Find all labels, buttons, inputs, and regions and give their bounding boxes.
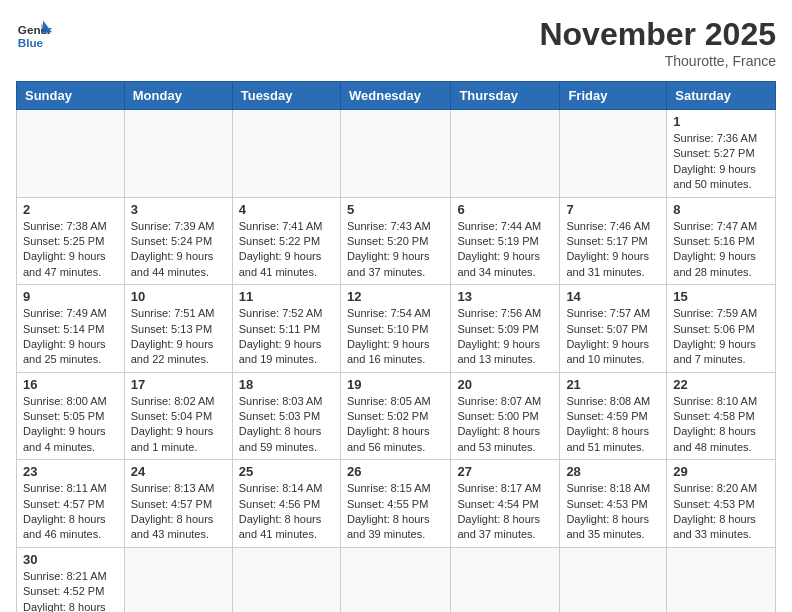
day-number: 17	[131, 377, 226, 392]
calendar-cell	[124, 547, 232, 612]
day-info: Sunrise: 7:38 AM Sunset: 5:25 PM Dayligh…	[23, 219, 118, 281]
calendar-cell	[17, 110, 125, 198]
day-info: Sunrise: 8:00 AM Sunset: 5:05 PM Dayligh…	[23, 394, 118, 456]
calendar-cell	[124, 110, 232, 198]
calendar-cell: 25Sunrise: 8:14 AM Sunset: 4:56 PM Dayli…	[232, 460, 340, 548]
day-number: 6	[457, 202, 553, 217]
weekday-header-wednesday: Wednesday	[340, 82, 450, 110]
day-info: Sunrise: 8:10 AM Sunset: 4:58 PM Dayligh…	[673, 394, 769, 456]
calendar-cell	[560, 110, 667, 198]
weekday-header-tuesday: Tuesday	[232, 82, 340, 110]
day-number: 20	[457, 377, 553, 392]
day-info: Sunrise: 8:14 AM Sunset: 4:56 PM Dayligh…	[239, 481, 334, 543]
day-info: Sunrise: 8:03 AM Sunset: 5:03 PM Dayligh…	[239, 394, 334, 456]
calendar-cell: 29Sunrise: 8:20 AM Sunset: 4:53 PM Dayli…	[667, 460, 776, 548]
weekday-header-friday: Friday	[560, 82, 667, 110]
day-number: 15	[673, 289, 769, 304]
logo: General Blue	[16, 16, 52, 52]
day-number: 7	[566, 202, 660, 217]
calendar-cell: 11Sunrise: 7:52 AM Sunset: 5:11 PM Dayli…	[232, 285, 340, 373]
day-info: Sunrise: 8:18 AM Sunset: 4:53 PM Dayligh…	[566, 481, 660, 543]
calendar-cell	[560, 547, 667, 612]
calendar-cell: 27Sunrise: 8:17 AM Sunset: 4:54 PM Dayli…	[451, 460, 560, 548]
day-info: Sunrise: 8:20 AM Sunset: 4:53 PM Dayligh…	[673, 481, 769, 543]
day-number: 27	[457, 464, 553, 479]
weekday-header-sunday: Sunday	[17, 82, 125, 110]
day-number: 5	[347, 202, 444, 217]
calendar-cell: 22Sunrise: 8:10 AM Sunset: 4:58 PM Dayli…	[667, 372, 776, 460]
day-number: 4	[239, 202, 334, 217]
calendar-cell	[340, 547, 450, 612]
day-number: 29	[673, 464, 769, 479]
logo-icon: General Blue	[16, 16, 52, 52]
calendar-week-5: 23Sunrise: 8:11 AM Sunset: 4:57 PM Dayli…	[17, 460, 776, 548]
calendar-week-1: 1Sunrise: 7:36 AM Sunset: 5:27 PM Daylig…	[17, 110, 776, 198]
calendar-table: SundayMondayTuesdayWednesdayThursdayFrid…	[16, 81, 776, 612]
day-info: Sunrise: 7:41 AM Sunset: 5:22 PM Dayligh…	[239, 219, 334, 281]
calendar-cell: 17Sunrise: 8:02 AM Sunset: 5:04 PM Dayli…	[124, 372, 232, 460]
calendar-week-6: 30Sunrise: 8:21 AM Sunset: 4:52 PM Dayli…	[17, 547, 776, 612]
page-header: General Blue November 2025 Thourotte, Fr…	[16, 16, 776, 69]
day-info: Sunrise: 8:15 AM Sunset: 4:55 PM Dayligh…	[347, 481, 444, 543]
calendar-cell: 28Sunrise: 8:18 AM Sunset: 4:53 PM Dayli…	[560, 460, 667, 548]
day-number: 25	[239, 464, 334, 479]
day-number: 24	[131, 464, 226, 479]
day-info: Sunrise: 8:17 AM Sunset: 4:54 PM Dayligh…	[457, 481, 553, 543]
day-info: Sunrise: 7:47 AM Sunset: 5:16 PM Dayligh…	[673, 219, 769, 281]
day-info: Sunrise: 7:43 AM Sunset: 5:20 PM Dayligh…	[347, 219, 444, 281]
day-number: 10	[131, 289, 226, 304]
calendar-cell: 24Sunrise: 8:13 AM Sunset: 4:57 PM Dayli…	[124, 460, 232, 548]
day-number: 11	[239, 289, 334, 304]
day-number: 8	[673, 202, 769, 217]
calendar-cell: 20Sunrise: 8:07 AM Sunset: 5:00 PM Dayli…	[451, 372, 560, 460]
weekday-header-saturday: Saturday	[667, 82, 776, 110]
calendar-cell: 21Sunrise: 8:08 AM Sunset: 4:59 PM Dayli…	[560, 372, 667, 460]
day-number: 18	[239, 377, 334, 392]
calendar-cell: 23Sunrise: 8:11 AM Sunset: 4:57 PM Dayli…	[17, 460, 125, 548]
calendar-cell: 19Sunrise: 8:05 AM Sunset: 5:02 PM Dayli…	[340, 372, 450, 460]
calendar-cell: 30Sunrise: 8:21 AM Sunset: 4:52 PM Dayli…	[17, 547, 125, 612]
day-number: 3	[131, 202, 226, 217]
day-info: Sunrise: 7:57 AM Sunset: 5:07 PM Dayligh…	[566, 306, 660, 368]
calendar-cell: 10Sunrise: 7:51 AM Sunset: 5:13 PM Dayli…	[124, 285, 232, 373]
day-info: Sunrise: 8:02 AM Sunset: 5:04 PM Dayligh…	[131, 394, 226, 456]
calendar-cell	[232, 547, 340, 612]
calendar-week-3: 9Sunrise: 7:49 AM Sunset: 5:14 PM Daylig…	[17, 285, 776, 373]
day-number: 22	[673, 377, 769, 392]
day-info: Sunrise: 8:07 AM Sunset: 5:00 PM Dayligh…	[457, 394, 553, 456]
day-info: Sunrise: 8:21 AM Sunset: 4:52 PM Dayligh…	[23, 569, 118, 612]
day-number: 30	[23, 552, 118, 567]
day-number: 1	[673, 114, 769, 129]
calendar-cell: 5Sunrise: 7:43 AM Sunset: 5:20 PM Daylig…	[340, 197, 450, 285]
calendar-cell: 15Sunrise: 7:59 AM Sunset: 5:06 PM Dayli…	[667, 285, 776, 373]
day-info: Sunrise: 7:39 AM Sunset: 5:24 PM Dayligh…	[131, 219, 226, 281]
calendar-cell: 1Sunrise: 7:36 AM Sunset: 5:27 PM Daylig…	[667, 110, 776, 198]
calendar-cell: 18Sunrise: 8:03 AM Sunset: 5:03 PM Dayli…	[232, 372, 340, 460]
calendar-cell	[667, 547, 776, 612]
day-number: 9	[23, 289, 118, 304]
day-info: Sunrise: 7:56 AM Sunset: 5:09 PM Dayligh…	[457, 306, 553, 368]
day-info: Sunrise: 8:13 AM Sunset: 4:57 PM Dayligh…	[131, 481, 226, 543]
day-number: 13	[457, 289, 553, 304]
weekday-header-thursday: Thursday	[451, 82, 560, 110]
calendar-cell	[340, 110, 450, 198]
day-number: 21	[566, 377, 660, 392]
calendar-week-4: 16Sunrise: 8:00 AM Sunset: 5:05 PM Dayli…	[17, 372, 776, 460]
day-info: Sunrise: 7:36 AM Sunset: 5:27 PM Dayligh…	[673, 131, 769, 193]
day-number: 19	[347, 377, 444, 392]
location: Thourotte, France	[539, 53, 776, 69]
calendar-cell	[232, 110, 340, 198]
calendar-cell: 7Sunrise: 7:46 AM Sunset: 5:17 PM Daylig…	[560, 197, 667, 285]
calendar-cell	[451, 547, 560, 612]
day-info: Sunrise: 7:54 AM Sunset: 5:10 PM Dayligh…	[347, 306, 444, 368]
day-number: 26	[347, 464, 444, 479]
calendar-cell: 9Sunrise: 7:49 AM Sunset: 5:14 PM Daylig…	[17, 285, 125, 373]
day-info: Sunrise: 7:49 AM Sunset: 5:14 PM Dayligh…	[23, 306, 118, 368]
day-number: 14	[566, 289, 660, 304]
calendar-cell: 2Sunrise: 7:38 AM Sunset: 5:25 PM Daylig…	[17, 197, 125, 285]
calendar-cell	[451, 110, 560, 198]
day-number: 16	[23, 377, 118, 392]
day-info: Sunrise: 7:44 AM Sunset: 5:19 PM Dayligh…	[457, 219, 553, 281]
day-info: Sunrise: 8:05 AM Sunset: 5:02 PM Dayligh…	[347, 394, 444, 456]
day-info: Sunrise: 7:52 AM Sunset: 5:11 PM Dayligh…	[239, 306, 334, 368]
